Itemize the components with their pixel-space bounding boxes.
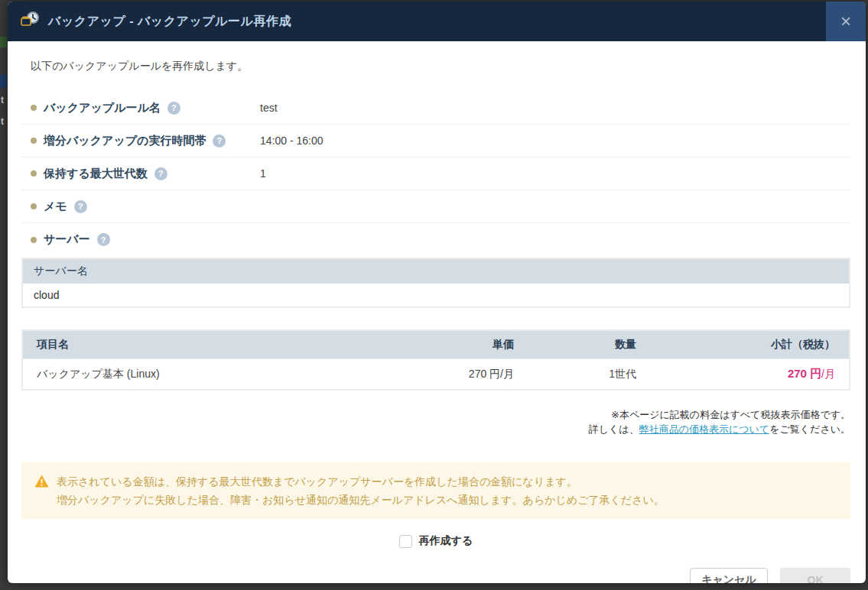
close-button[interactable]: ×	[826, 2, 866, 41]
warning-line1: 表示されている金額は、保持する最大世代数までバックアップサーバーを作成した場合の…	[57, 472, 838, 491]
dialog-header: バックアップ - バックアップルール再作成 ×	[8, 2, 866, 41]
server-name-cell: cloud	[23, 284, 849, 306]
cancel-button[interactable]: キャンセル	[690, 568, 768, 583]
price-cell-subtotal: 270 円/月	[650, 359, 849, 390]
server-table-header: サーバー名	[23, 259, 849, 284]
field-label: サーバー	[44, 232, 90, 247]
help-icon[interactable]: ?	[74, 200, 87, 213]
price-display-link[interactable]: 弊社商品の価格表示について	[639, 423, 770, 435]
bullet-icon	[31, 170, 37, 177]
field-row-rule-name: バックアップルール名 ? test	[21, 92, 850, 125]
field-label: 増分バックアップの実行時間帯	[44, 134, 206, 148]
price-header-unit-price: 単価	[382, 331, 528, 359]
bullet-icon	[31, 105, 37, 111]
backup-rule-recreate-dialog: バックアップ - バックアップルール再作成 × 以下のバックアップルールを再作成…	[8, 2, 866, 583]
field-value-backup-window: 14:00 - 16:00	[260, 135, 323, 147]
dialog-body: 以下のバックアップルールを再作成します。 バックアップルール名 ? test 増…	[8, 41, 866, 583]
warning-box: 表示されている金額は、保持する最大世代数までバックアップサーバーを作成した場合の…	[21, 462, 850, 519]
price-cell-item: バックアップ基本 (Linux)	[23, 359, 382, 390]
bullet-icon	[31, 138, 37, 144]
server-table: サーバー名 cloud	[21, 258, 850, 308]
tax-note-line2: 詳しくは、弊社商品の価格表示についてをご覧ください。	[21, 422, 850, 436]
recreate-checkbox-row: 再作成する	[21, 534, 850, 548]
price-header-item: 項目名	[23, 331, 382, 359]
bullet-icon	[31, 237, 37, 243]
tax-note-line1: ※本ページに記載の料金はすべて税抜表示価格です。	[21, 407, 850, 422]
dialog-title: バックアップ - バックアップルール再作成	[48, 14, 291, 30]
field-row-memo: メモ ?	[21, 190, 850, 223]
price-cell-quantity: 1世代	[528, 359, 650, 390]
tax-note: ※本ページに記載の料金はすべて税抜表示価格です。 詳しくは、弊社商品の価格表示に…	[21, 407, 850, 436]
price-header-quantity: 数量	[528, 331, 650, 359]
intro-text: 以下のバックアップルールを再作成します。	[31, 60, 850, 73]
subtotal-unit: /月	[821, 368, 835, 380]
field-label: メモ	[44, 199, 67, 214]
warning-icon	[34, 475, 49, 493]
price-cell-unit-price: 270 円/月	[382, 359, 528, 390]
background-page-fragment	[0, 37, 7, 47]
background-page-partial-text: t	[1, 116, 4, 127]
field-label: バックアップルール名	[44, 101, 161, 115]
ok-button[interactable]: OK	[780, 568, 850, 583]
warning-line2: 増分バックアップに失敗した場合、障害・お知らせ通知の通知先メールアドレスへ通知し…	[57, 491, 838, 509]
help-icon[interactable]: ?	[154, 167, 167, 180]
help-icon[interactable]: ?	[97, 233, 110, 246]
screen: t t バックアップ - バックアップルール再作成 × 以下のバックアップルール…	[0, 0, 868, 590]
subtotal-amount: 270 円	[788, 367, 821, 380]
recreate-checkbox[interactable]	[399, 535, 412, 548]
backup-clock-icon	[20, 11, 41, 33]
recreate-checkbox-label[interactable]: 再作成する	[419, 534, 473, 548]
background-page-partial-text: t	[1, 95, 4, 105]
background-page-fragment	[0, 75, 7, 88]
field-label: 保持する最大世代数	[44, 167, 148, 181]
price-table: 項目名 単価 数量 小計（税抜） バックアップ基本 (Linux) 270 円/…	[21, 329, 850, 391]
help-icon[interactable]: ?	[213, 135, 226, 148]
bullet-icon	[31, 203, 37, 209]
field-row-server: サーバー ?	[21, 223, 850, 256]
field-value-max-generations: 1	[260, 167, 266, 180]
field-row-backup-window: 増分バックアップの実行時間帯 ? 14:00 - 16:00	[21, 125, 850, 157]
table-row: バックアップ基本 (Linux) 270 円/月 1世代 270 円/月	[23, 359, 849, 390]
table-row: cloud	[23, 284, 849, 306]
price-header-subtotal: 小計（税抜）	[650, 331, 849, 359]
field-value-rule-name: test	[260, 102, 278, 114]
field-row-max-generations: 保持する最大世代数 ? 1	[21, 157, 850, 190]
help-icon[interactable]: ?	[167, 102, 180, 115]
dialog-footer: キャンセル OK	[21, 568, 850, 583]
